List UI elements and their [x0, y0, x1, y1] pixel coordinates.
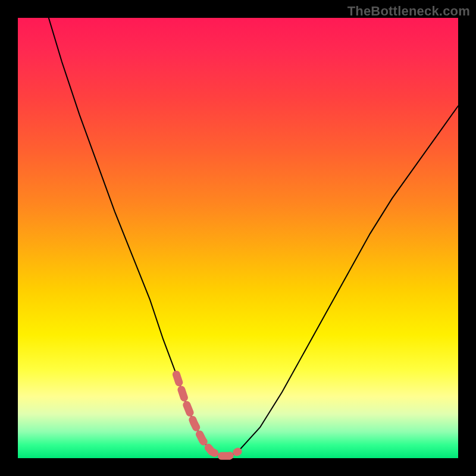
highlight-path — [176, 374, 238, 456]
bottleneck-curve — [18, 18, 458, 458]
watermark-text: TheBottleneck.com — [347, 4, 470, 19]
chart-container: TheBottleneck.com — [0, 0, 476, 476]
plot-area — [18, 18, 458, 458]
curve-path — [49, 18, 458, 456]
